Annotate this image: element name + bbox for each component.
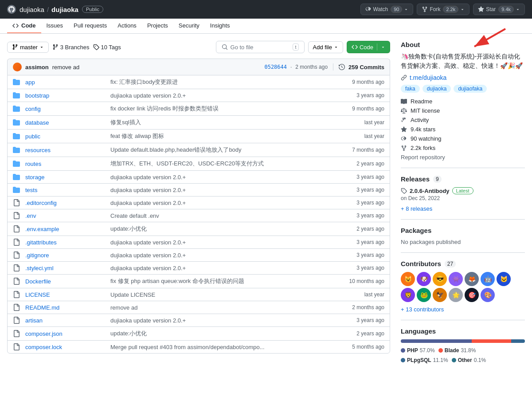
about-link-text: t.me/dujiaoka (410, 74, 446, 81)
file-name[interactable]: artisan (25, 317, 105, 324)
watch-label: Watch (373, 6, 388, 12)
file-name[interactable]: Dockerfile (25, 278, 105, 285)
repo-name[interactable]: dujiaoka (51, 6, 78, 13)
more-releases-link[interactable]: + 8 releases (401, 205, 432, 212)
fork-label: Fork (430, 6, 440, 12)
commits-count[interactable]: 259 Commits (348, 64, 384, 71)
nav-issues[interactable]: Issues (41, 19, 69, 33)
file-name[interactable]: .env (25, 212, 105, 219)
commit-hash[interactable]: 0528644 (264, 64, 287, 70)
file-row: README.md remove ad 2 months ago (8, 301, 390, 314)
file-name[interactable]: resources (25, 147, 105, 153)
license-link[interactable]: MIT license (401, 107, 525, 114)
release-date: on Dec 25, 2022 (401, 195, 525, 201)
language-item[interactable]: PLpgSQL 11.1% (401, 357, 448, 363)
add-file-button[interactable]: Add file (308, 41, 343, 53)
nav-projects[interactable]: Projects (142, 19, 173, 33)
tags-link[interactable]: 10 Tags (93, 44, 121, 51)
contributor-avatar[interactable]: 🦅 (433, 288, 447, 302)
contributor-avatar[interactable]: 🐶 (417, 272, 431, 286)
contributor-avatar[interactable]: 🦊 (465, 272, 479, 286)
readme-link[interactable]: Readme (401, 98, 525, 105)
file-name[interactable]: .editorconfig (25, 200, 105, 206)
file-name[interactable]: tests (25, 187, 105, 193)
folder-icon (13, 92, 20, 99)
file-name[interactable]: .gitignore (25, 252, 105, 259)
file-message: dujiaoka update version 2.0.+ (110, 200, 351, 206)
file-time: 2 years ago (356, 226, 384, 232)
contributor-avatar[interactable]: 🦁 (401, 288, 415, 302)
file-name[interactable]: composer.json (25, 330, 105, 337)
contributor-avatar[interactable]: 🐸 (417, 288, 431, 302)
stars-count[interactable]: 9.4k stars (411, 126, 435, 133)
contributor-avatar[interactable]: 🌟 (449, 288, 463, 302)
forks-info: 2.2k forks (401, 145, 525, 151)
file-row: .editorconfig dujiaoka update version 2.… (8, 197, 390, 209)
file-message: dujiaoka update version 2.0.+ (110, 174, 351, 181)
language-item[interactable]: Blade 31.8% (438, 347, 476, 354)
forks-count[interactable]: 2.2k forks (411, 145, 435, 151)
contributor-avatar[interactable]: 🎨 (481, 288, 495, 302)
topic-tag[interactable]: dujiaofaka (454, 85, 487, 93)
contributor-avatar[interactable]: 😎 (433, 272, 447, 286)
topic-tag[interactable]: faka (401, 85, 420, 93)
releases-count: 9 (433, 176, 442, 183)
release-version[interactable]: 2.0.6-Antibody (410, 188, 450, 194)
fork-button[interactable]: Fork 2.2k (417, 4, 469, 15)
watching-count[interactable]: 90 watching (411, 135, 441, 142)
nav-security[interactable]: Security (173, 19, 205, 33)
language-dot (401, 358, 405, 362)
star-button[interactable]: Star 9.4k (473, 4, 525, 15)
file-name[interactable]: routes (25, 161, 105, 167)
language-item[interactable]: Other 0.1% (452, 357, 486, 363)
code-button[interactable]: Code (347, 41, 390, 53)
release-tag-row: 2.0.6-Antibody Latest (401, 187, 525, 194)
more-contributors-link[interactable]: + 13 contributors (401, 306, 444, 313)
file-name[interactable]: config (25, 106, 105, 112)
activity-label: Activity (411, 117, 429, 123)
file-name[interactable]: database (25, 119, 105, 126)
branches-link[interactable]: 3 Branches (52, 44, 90, 51)
about-link[interactable]: t.me/dujiaoka (401, 74, 525, 81)
file-name[interactable]: bootstrap (25, 92, 105, 99)
nav-actions[interactable]: Actions (112, 19, 142, 33)
contributor-avatar[interactable]: 😺 (401, 272, 415, 286)
go-to-file-button[interactable]: Go to file t (216, 41, 305, 53)
search-shortcut: t (293, 43, 298, 51)
repo-owner[interactable]: dujiaoka (20, 6, 44, 13)
branches-count: 3 Branches (60, 44, 90, 51)
nav-pull-requests[interactable]: Pull requests (68, 19, 112, 33)
language-bar-segment (401, 339, 472, 343)
file-name[interactable]: composer.lock (25, 344, 105, 350)
file-row: app fix: 汇率接口body变更跟进 9 months ago (8, 75, 390, 89)
report-repository-link[interactable]: Report repository (401, 154, 525, 161)
latest-release: 2.0.6-Antibody Latest on Dec 25, 2022 (401, 187, 525, 201)
contributor-avatar[interactable]: 🎯 (465, 288, 479, 302)
commit-author[interactable]: assimon (25, 64, 49, 71)
nav-code[interactable]: Code (7, 19, 41, 33)
file-row: routes 增加TRX、ETH、USDT-ERC20、USDC-ERC20等支… (8, 157, 390, 171)
contributor-avatar[interactable]: 👾 (449, 272, 463, 286)
contributor-avatar[interactable]: 🤖 (481, 272, 495, 286)
file-name[interactable]: LICENSE (25, 291, 105, 298)
activity-link[interactable]: Activity (401, 117, 525, 123)
file-name[interactable]: app (25, 79, 105, 86)
folder-icon (13, 119, 20, 126)
contributor-avatar[interactable]: 🐱 (497, 272, 511, 286)
repository-header: dujiaoka / dujiaoka Public Watch 90 Fork… (0, 0, 532, 19)
nav-insights[interactable]: Insights (205, 19, 235, 33)
file-name[interactable]: storage (25, 174, 105, 181)
file-name[interactable]: README.md (25, 304, 105, 311)
file-name[interactable]: .env.example (25, 226, 105, 232)
file-name[interactable]: .styleci.yml (25, 265, 105, 271)
topic-tag[interactable]: dujiaoka (422, 85, 451, 93)
file-name[interactable]: .gitattributes (25, 239, 105, 246)
user-avatar (7, 5, 16, 14)
file-row: bootstrap dujiaoka update version 2.0.+ … (8, 89, 390, 102)
star-count: 9.4k (498, 6, 514, 13)
file-name[interactable]: public (25, 133, 105, 140)
language-item[interactable]: PHP 57.0% (401, 347, 435, 354)
packages-empty: No packages published (401, 239, 525, 245)
watch-button[interactable]: Watch 90 (360, 4, 414, 15)
branch-selector[interactable]: master (7, 42, 49, 53)
